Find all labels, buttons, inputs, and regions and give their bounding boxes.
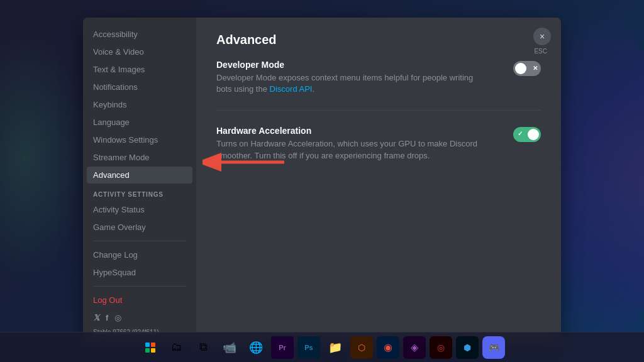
- logout-button[interactable]: Log Out: [87, 292, 192, 309]
- sidebar-divider-2: [93, 286, 186, 287]
- modal-overlay: Accessibility Voice & Video Text & Image…: [0, 0, 644, 362]
- developer-mode-toggle-thumb: [515, 63, 526, 74]
- sidebar-item-activity-status[interactable]: Activity Status: [87, 201, 192, 218]
- task-view-icon: ⧉: [199, 341, 208, 354]
- win-logo-cell-1: [145, 343, 150, 347]
- sidebar-item-notifications[interactable]: Notifications: [87, 79, 192, 96]
- page-title: Advanced: [216, 33, 541, 47]
- app4-icon: ◎: [437, 343, 445, 353]
- facebook-icon[interactable]: f: [106, 313, 108, 322]
- photoshop-icon: Ps: [304, 344, 313, 351]
- settings-dialog: Accessibility Voice & Video Text & Image…: [83, 18, 561, 344]
- hardware-acceleration-toggle-icon: ✓: [518, 130, 523, 137]
- sidebar-item-keybinds[interactable]: Keybinds: [87, 96, 192, 113]
- taskbar-photoshop[interactable]: Ps: [297, 336, 320, 359]
- main-content: × ESC Advanced Developer Mode Developer …: [196, 18, 561, 344]
- developer-mode-toggle-track[interactable]: ✕: [513, 61, 541, 76]
- sidebar-item-voice-video[interactable]: Voice & Video: [87, 43, 192, 60]
- taskbar-app4[interactable]: ◎: [430, 336, 452, 359]
- taskbar-app5[interactable]: ⬢: [456, 336, 479, 359]
- esc-label: ESC: [534, 48, 547, 55]
- app2-icon: ◉: [384, 341, 392, 353]
- start-button[interactable]: [139, 336, 162, 359]
- sidebar-item-windows-settings[interactable]: Windows Settings: [87, 131, 192, 148]
- developer-mode-desc: Developer Mode exposes context menu item…: [216, 72, 488, 95]
- developer-mode-info: Developer Mode Developer Mode exposes co…: [216, 60, 513, 95]
- hardware-acceleration-toggle-thumb: [528, 129, 539, 140]
- hardware-acceleration-name: Hardware Acceleration: [216, 126, 488, 136]
- taskbar-premiere[interactable]: Pr: [271, 336, 294, 359]
- social-links: 𝕏 f ◎: [87, 309, 192, 326]
- close-button[interactable]: ×: [533, 28, 551, 45]
- win-logo-cell-4: [151, 348, 155, 353]
- sidebar-item-text-images[interactable]: Text & Images: [87, 61, 192, 78]
- instagram-icon[interactable]: ◎: [114, 313, 121, 322]
- app5-icon: ⬢: [464, 343, 471, 353]
- taskbar-teams[interactable]: 📹: [218, 336, 241, 359]
- twitter-icon[interactable]: 𝕏: [93, 313, 99, 322]
- hardware-acceleration-row: Hardware Acceleration Turns on Hardware …: [216, 126, 541, 176]
- sidebar-divider-1: [93, 241, 186, 241]
- chrome-icon: 🌐: [249, 341, 263, 354]
- app1-icon: ⬡: [358, 343, 365, 353]
- premiere-icon: Pr: [279, 344, 286, 351]
- sidebar-item-streamer-mode[interactable]: Streamer Mode: [87, 149, 192, 166]
- hardware-acceleration-info: Hardware Acceleration Turns on Hardware …: [216, 126, 513, 161]
- sidebar-item-advanced[interactable]: Advanced: [87, 167, 192, 184]
- developer-mode-name: Developer Mode: [216, 60, 488, 70]
- activity-settings-label: ACTIVITY SETTINGS: [87, 186, 192, 200]
- taskbar-chrome[interactable]: 🌐: [245, 336, 267, 359]
- windows-logo: [145, 343, 155, 353]
- sidebar-item-accessibility[interactable]: Accessibility: [87, 26, 192, 43]
- hardware-acceleration-toggle-track[interactable]: ✓: [513, 127, 541, 142]
- taskbar: 🗂 ⧉ 📹 🌐 Pr Ps 📁 ⬡ ◉ ◈ ◎ ⬢ 🎮: [0, 332, 644, 362]
- sidebar-item-change-log[interactable]: Change Log: [87, 246, 192, 263]
- discord-api-link[interactable]: Discord API: [270, 84, 313, 94]
- sidebar-item-hypesquad[interactable]: HypeSquad: [87, 264, 192, 281]
- file-explorer-icon: 🗂: [171, 341, 182, 354]
- developer-mode-toggle-icon: ✕: [533, 65, 538, 72]
- sidebar-item-language[interactable]: Language: [87, 114, 192, 131]
- developer-mode-toggle[interactable]: ✕: [513, 61, 541, 76]
- sidebar: Accessibility Voice & Video Text & Image…: [83, 18, 196, 344]
- hardware-acceleration-desc: Turns on Hardware Acceleration, which us…: [216, 138, 488, 161]
- win-logo-cell-2: [151, 343, 155, 347]
- discord-icon: 🎮: [489, 343, 499, 353]
- teams-icon: 📹: [223, 341, 236, 354]
- taskbar-file-explorer[interactable]: 🗂: [165, 336, 188, 359]
- taskbar-task-view[interactable]: ⧉: [192, 336, 214, 359]
- taskbar-discord[interactable]: 🎮: [482, 336, 505, 359]
- taskbar-app1[interactable]: ⬡: [350, 336, 373, 359]
- folder-icon: 📁: [328, 341, 342, 354]
- sidebar-item-game-overlay[interactable]: Game Overlay: [87, 219, 192, 236]
- taskbar-app3[interactable]: ◈: [403, 336, 426, 359]
- app3-icon: ◈: [411, 341, 418, 353]
- taskbar-folder[interactable]: 📁: [324, 336, 347, 359]
- developer-mode-row: Developer Mode Developer Mode exposes co…: [216, 60, 541, 111]
- win-logo-cell-3: [145, 348, 150, 353]
- taskbar-app2[interactable]: ◉: [377, 336, 399, 359]
- hardware-acceleration-toggle[interactable]: ✓: [513, 127, 541, 142]
